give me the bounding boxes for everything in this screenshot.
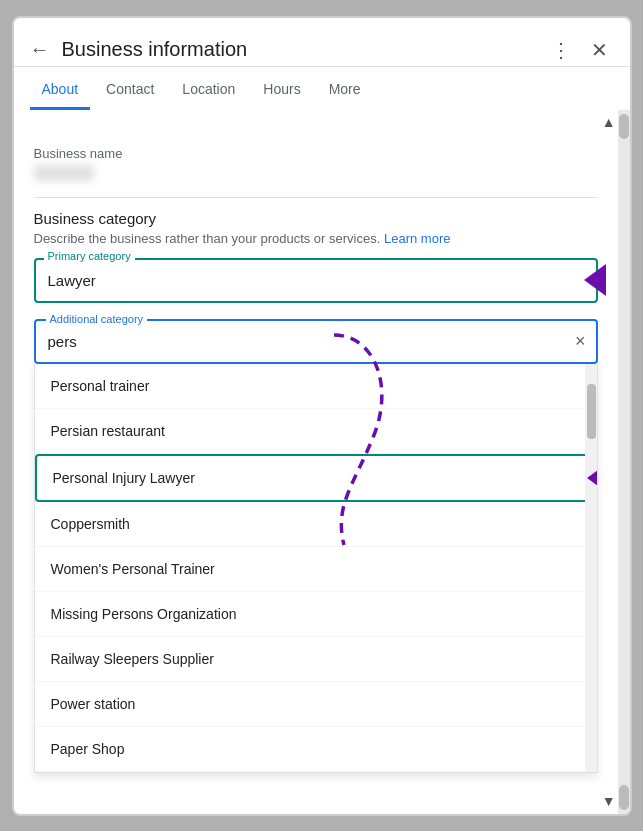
category-dropdown: Personal trainer Persian restaurant Pers… (34, 364, 598, 773)
main-scrollbar-thumb-bottom (619, 785, 629, 810)
content-area: ▲ Business name Business category Descri… (14, 110, 630, 814)
category-desc-text: Describe the business rather than your p… (34, 231, 381, 246)
divider-1 (34, 197, 598, 198)
primary-category-value: Lawyer (48, 272, 556, 289)
scroll-down-indicator: ▼ (14, 789, 630, 813)
main-window: ← Business information ⋮ ✕ About Contact… (12, 16, 632, 816)
additional-category-field-wrapper: Additional category × Personal trainer P… (34, 319, 598, 773)
additional-category-label: Additional category (46, 313, 148, 325)
tab-more[interactable]: More (317, 71, 373, 110)
dropdown-scrollbar (585, 364, 597, 772)
scroll-up-indicator: ▲ (14, 110, 630, 134)
tabs-bar: About Contact Location Hours More (14, 71, 630, 110)
category-description: Describe the business rather than your p… (34, 231, 598, 246)
learn-more-link[interactable]: Learn more (384, 231, 450, 246)
business-name-value (34, 165, 94, 181)
additional-category-input[interactable] (36, 321, 596, 362)
highlight-arrow-annotation (587, 465, 598, 491)
tab-hours[interactable]: Hours (251, 71, 312, 110)
more-button[interactable]: ⋮ (545, 34, 577, 66)
additional-category-input-box[interactable]: Additional category × (34, 319, 598, 364)
tab-location[interactable]: Location (170, 71, 247, 110)
category-section-title: Business category (34, 210, 598, 227)
back-icon[interactable]: ← (30, 38, 50, 61)
inner-content: Business name Business category Describe… (14, 134, 618, 789)
title-bar: ← Business information ⋮ ✕ (14, 18, 630, 67)
primary-arrow-annotation (584, 264, 606, 296)
dropdown-scrollbar-thumb (587, 384, 596, 439)
title-bar-left: ← Business information (30, 38, 545, 61)
dropdown-item-0[interactable]: Personal trainer (35, 364, 597, 409)
primary-category-group: Primary category Lawyer (34, 258, 598, 303)
tab-about[interactable]: About (30, 71, 91, 110)
dropdown-item-6[interactable]: Railway Sleepers Supplier (35, 637, 597, 682)
page-title: Business information (62, 38, 248, 61)
clear-icon[interactable]: × (575, 331, 586, 352)
business-name-label: Business name (34, 146, 598, 161)
main-scrollbar (618, 110, 630, 814)
title-bar-right: ⋮ ✕ (545, 34, 614, 66)
dropdown-item-5[interactable]: Missing Persons Organization (35, 592, 597, 637)
dropdown-item-4[interactable]: Women's Personal Trainer (35, 547, 597, 592)
dropdown-item-2[interactable]: Personal Injury Lawyer (35, 454, 597, 502)
dropdown-item-1[interactable]: Persian restaurant (35, 409, 597, 454)
primary-category-field-wrapper: Primary category Lawyer (34, 258, 598, 303)
dropdown-item-8[interactable]: Paper Shop (35, 727, 597, 772)
dropdown-item-7[interactable]: Power station (35, 682, 597, 727)
primary-category-input[interactable]: Lawyer (34, 258, 598, 303)
primary-category-label: Primary category (44, 250, 135, 262)
tab-contact[interactable]: Contact (94, 71, 166, 110)
dropdown-item-3[interactable]: Coppersmith (35, 502, 597, 547)
main-scrollbar-thumb-top (619, 114, 629, 139)
dropdown-item-2-wrapper: Personal Injury Lawyer (35, 454, 597, 502)
close-button[interactable]: ✕ (585, 34, 614, 66)
